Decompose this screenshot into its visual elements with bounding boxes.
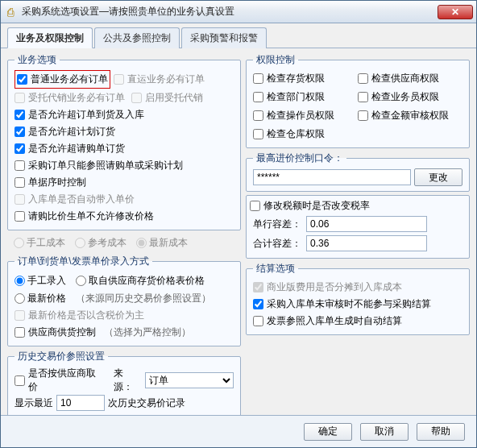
chk-unaudited[interactable]: 采购入库单未审核时不能参与采购结算	[253, 296, 462, 313]
recent-label-a: 显示最近	[15, 396, 53, 410]
chk-allow-over-plan[interactable]: 是否允许超计划订货	[15, 123, 234, 140]
chk-tax-first[interactable]: 最新价格是否以含税价为主	[15, 307, 234, 324]
chk-noedit[interactable]: 请购比价生单不允许修改价格	[15, 208, 234, 225]
chk-allow-over-req[interactable]: 是否允许超请购单订货	[15, 140, 234, 157]
chk-normal-order[interactable]: 普通业务必有订单	[17, 71, 108, 88]
group-biz: 业务选项 普通业务必有订单 直运业务必有订单 受托代销业务必有订单 启用受托代销…	[7, 53, 241, 230]
group-price-entry: 订单\到货单\发票单价录入方式 手工录入 取自供应商存货价格表价格 最新价格 （…	[7, 255, 241, 346]
window-title: 采购系统选项设置—请按照贵单位的业务认真设置	[22, 5, 438, 19]
chk-enable-daili[interactable]: 启用受托代销	[131, 89, 203, 106]
chk-seq[interactable]: 单据序时控制	[15, 174, 234, 191]
group-history: 历史交易价参照设置 是否按供应商取价 来源： 订单 显示最近 次历史交易价记录	[7, 350, 241, 417]
source-select[interactable]: 订单	[145, 372, 234, 388]
group-biz-legend: 业务选项	[15, 53, 60, 67]
group-price-entry-legend: 订单\到货单\发票单价录入方式	[15, 255, 152, 268]
group-perm-legend: 权限控制	[253, 53, 298, 67]
chk-perm-supplier[interactable]: 检查供应商权限	[358, 70, 462, 87]
group-tax: 修改税额时是否改变税率 单行容差： 合计容差：	[246, 195, 470, 259]
ok-button[interactable]: 确定	[304, 423, 352, 441]
close-button[interactable]: ✕	[438, 5, 473, 19]
group-pwd-legend: 最高进价控制口令：	[253, 151, 346, 165]
pwd-change-button[interactable]: 更改	[414, 168, 462, 186]
sum-tol-label: 合计容差：	[253, 237, 301, 251]
radio-manual-cost: 手工成本	[14, 236, 65, 250]
chk-perm-oper[interactable]: 检查操作员权限	[253, 107, 358, 124]
sum-tol-input[interactable]	[306, 235, 427, 251]
group-settle: 结算选项 商业版费用是否分摊到入库成本 采购入库单未审核时不能参与采购结算 发票…	[246, 262, 470, 335]
radio-manual-price[interactable]: 手工录入	[15, 274, 66, 288]
chk-daili-order[interactable]: 受托代销业务必有订单	[15, 89, 125, 106]
group-perm: 权限控制 检查存货权限 检查供应商权限 检查部门权限 检查业务员权限 检查操作员…	[246, 53, 470, 148]
chk-allow-over-in[interactable]: 是否允许超订单到货及入库	[15, 106, 234, 123]
help-button[interactable]: 帮助	[417, 423, 465, 441]
radio-latest-cost: 最新成本	[136, 236, 188, 250]
app-icon: ⎙	[4, 6, 17, 19]
group-pwd: 最高进价控制口令： 更改	[246, 151, 470, 192]
chk-auto-settle[interactable]: 发票参照入库单生成时自动结算	[253, 313, 462, 330]
source-label: 来源：	[114, 367, 143, 394]
radio-ref-cost: 参考成本	[75, 236, 127, 250]
group-history-legend: 历史交易价参照设置	[15, 350, 108, 363]
tab-bar: 业务及权限控制 公共及参照控制 采购预警和报警	[1, 23, 476, 48]
chk-only-ref[interactable]: 采购订单只能参照请购单或采购计划	[15, 157, 234, 174]
chk-perm-wh[interactable]: 检查仓库权限	[253, 126, 358, 143]
unit-tol-input[interactable]	[306, 216, 427, 232]
dialog: ⎙ 采购系统选项设置—请按照贵单位的业务认真设置 ✕ 业务及权限控制 公共及参照…	[0, 0, 477, 448]
radio-stock-price[interactable]: 取自供应商存货价格表价格	[76, 274, 205, 288]
cancel-button[interactable]: 取消	[360, 423, 409, 441]
unit-tol-label: 单行容差：	[253, 218, 301, 231]
pwd-input[interactable]	[253, 169, 411, 185]
chk-perm-stock[interactable]: 检查存货权限	[253, 70, 358, 87]
chk-by-supplier[interactable]: 是否按供应商取价	[15, 367, 106, 394]
titlebar: ⎙ 采购系统选项设置—请按照贵单位的业务认真设置 ✕	[1, 1, 476, 23]
chk-perm-staff[interactable]: 检查业务员权限	[358, 89, 462, 106]
tab-alert[interactable]: 采购预警和报警	[181, 27, 267, 48]
recent-label-b: 次历史交易价记录	[108, 396, 185, 410]
chk-perm-dept[interactable]: 检查部门权限	[253, 89, 358, 106]
tab-public[interactable]: 公共及参照控制	[94, 27, 180, 48]
chk-tax-change[interactable]: 修改税额时是否改变税率	[250, 197, 462, 214]
chk-supplier-ctrl[interactable]: 供应商供货控制（选择为严格控制）	[15, 324, 234, 341]
recent-input[interactable]	[56, 395, 105, 411]
chk-perm-amount[interactable]: 检查金额审核权限	[358, 107, 462, 124]
radio-latest-price[interactable]: 最新价格	[15, 292, 66, 305]
chk-direct-order[interactable]: 直运业务必有订单	[114, 71, 205, 88]
group-settle-legend: 结算选项	[253, 262, 298, 276]
chk-share-cost[interactable]: 商业版费用是否分摊到入库成本	[253, 279, 462, 296]
footer: 确定 取消 帮助	[1, 415, 476, 447]
tab-biz[interactable]: 业务及权限控制	[7, 27, 93, 48]
chk-autoprice[interactable]: 入库单是否自动带入单价	[15, 191, 234, 208]
latest-price-note: （来源同历史交易价参照设置）	[76, 292, 211, 305]
